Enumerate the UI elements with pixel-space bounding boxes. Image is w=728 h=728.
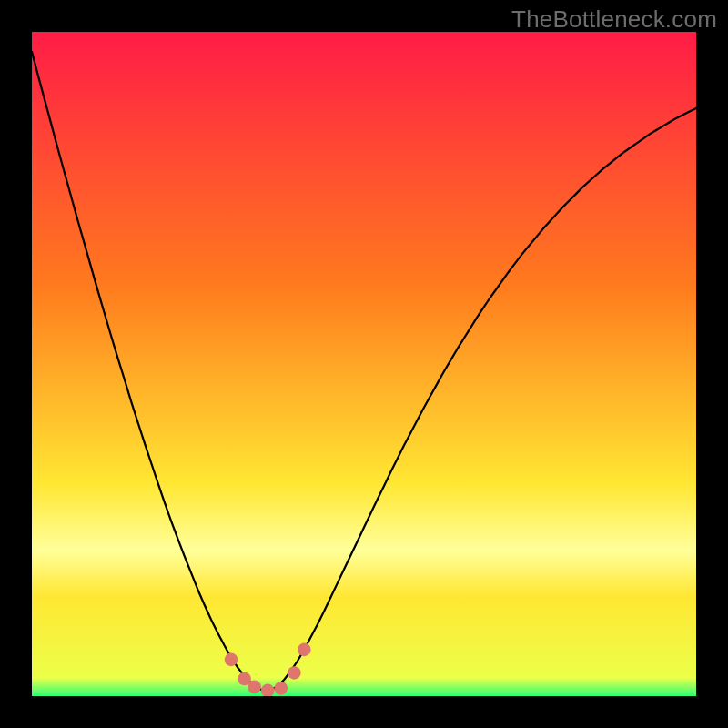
curve-marker [288,666,301,680]
gradient-background [32,32,696,696]
watermark-text: TheBottleneck.com [511,5,717,34]
chart-frame: TheBottleneck.com [0,0,728,728]
bottleneck-curve-chart [32,32,696,696]
plot-area [32,32,696,696]
curve-marker [298,643,311,657]
curve-marker [225,653,238,667]
curve-marker [274,682,288,695]
curve-marker [248,680,261,693]
